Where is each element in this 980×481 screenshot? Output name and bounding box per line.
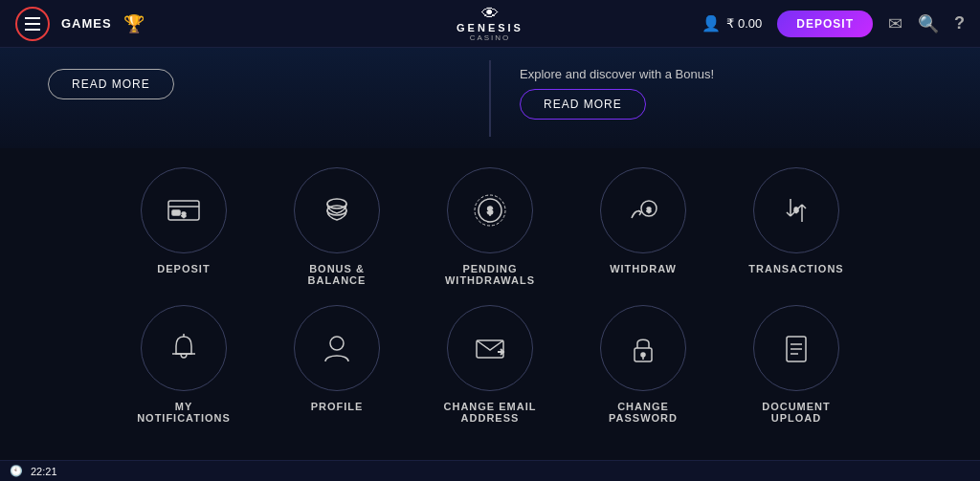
icon-grid-row-1: $ DEPOSIT BONUS &BALANCE $ — [57, 167, 923, 286]
svg-point-19 — [641, 353, 645, 357]
tile-pending-withdrawals[interactable]: $ PENDINGWITHDRAWALS — [428, 167, 552, 286]
banner-tagline: Explore and discover with a Bonus! — [520, 67, 714, 81]
tile-transactions[interactable]: $ TRANSACTIONS — [734, 167, 858, 286]
svg-point-15 — [330, 337, 344, 350]
email-icon — [471, 329, 509, 367]
user-icon: 👤 — [702, 14, 721, 33]
messages-button[interactable]: ✉ — [888, 13, 902, 34]
transactions-circle: $ — [753, 167, 839, 253]
read-more-button-1[interactable]: READ MORE — [48, 69, 174, 99]
document-icon — [777, 329, 815, 367]
profile-icon — [318, 329, 356, 367]
svg-text:$: $ — [794, 207, 798, 213]
profile-label: PROFILE — [311, 401, 364, 412]
header-right: 👤 ₹ 0.00 DEPOSIT ✉ 🔍 ? — [702, 11, 965, 37]
lock-icon — [624, 329, 662, 367]
tile-bonus-balance[interactable]: BONUS &BALANCE — [275, 167, 399, 286]
bell-icon — [165, 329, 203, 367]
document-upload-circle — [753, 305, 839, 391]
deposit-label: DEPOSIT — [157, 263, 210, 274]
svg-rect-2 — [172, 210, 180, 215]
clock-icon: 🕙 — [10, 465, 23, 477]
tile-my-notifications[interactable]: MYNOTIFICATIONS — [122, 305, 246, 424]
pending-withdrawals-icon: $ — [471, 191, 509, 230]
search-button[interactable]: 🔍 — [918, 13, 939, 34]
banner-divider — [489, 60, 491, 137]
transactions-label: TRANSACTIONS — [748, 263, 843, 274]
help-icon: ? — [954, 13, 965, 33]
change-email-circle — [447, 305, 533, 391]
header: GAMES 🏆 👁 GENESIS CASINO 👤 ₹ 0.00 DEPOSI… — [0, 0, 980, 48]
deposit-circle: $ — [141, 167, 227, 253]
trophy-icon: 🏆 — [123, 13, 145, 34]
svg-text:$: $ — [487, 206, 493, 216]
tile-change-email[interactable]: CHANGE EMAILADDRESS — [428, 305, 552, 424]
hamburger-menu-button[interactable] — [15, 7, 50, 41]
profile-circle — [294, 305, 380, 391]
my-notifications-label: MYNOTIFICATIONS — [137, 401, 231, 424]
tile-change-password[interactable]: CHANGEPASSWORD — [581, 305, 705, 424]
hamburger-line — [25, 17, 40, 19]
tile-withdraw[interactable]: $ WITHDRAW — [581, 167, 705, 286]
logo-text: GENESIS — [457, 22, 523, 33]
envelope-icon: ✉ — [888, 13, 902, 34]
bonus-balance-label: BONUS &BALANCE — [308, 263, 367, 286]
games-label: GAMES — [61, 16, 112, 31]
header-left: GAMES 🏆 — [15, 7, 145, 41]
logo-area: 👁 GENESIS CASINO — [457, 5, 523, 42]
banner-area: READ MORE Explore and discover with a Bo… — [0, 48, 980, 148]
svg-text:$: $ — [647, 206, 652, 214]
change-password-label: CHANGEPASSWORD — [609, 401, 678, 424]
read-more-button-2[interactable]: READ MORE — [520, 89, 646, 120]
deposit-button[interactable]: DEPOSIT — [777, 11, 873, 37]
logo-sub-text: CASINO — [470, 33, 511, 42]
balance-area[interactable]: 👤 ₹ 0.00 — [702, 14, 762, 33]
tile-document-upload[interactable]: DOCUMENTUPLOAD — [734, 305, 858, 424]
document-upload-label: DOCUMENTUPLOAD — [762, 401, 831, 424]
footer-time: 22:21 — [31, 466, 57, 477]
balance-amount: ₹ 0.00 — [726, 16, 762, 31]
logo-eye-icon: 👁 — [481, 5, 499, 22]
withdraw-icon: $ — [624, 191, 662, 230]
pending-withdrawals-label: PENDINGWITHDRAWALS — [445, 263, 535, 286]
banner-left: READ MORE — [48, 59, 460, 99]
hamburger-line — [25, 23, 40, 25]
svg-text:$: $ — [182, 210, 187, 219]
tile-profile[interactable]: PROFILE — [275, 305, 399, 424]
change-email-label: CHANGE EMAILADDRESS — [444, 401, 537, 424]
bonus-balance-circle — [294, 167, 380, 253]
pending-withdrawals-circle: $ — [447, 167, 533, 253]
main-content: $ DEPOSIT BONUS &BALANCE $ — [0, 148, 980, 443]
transactions-icon: $ — [777, 191, 815, 230]
deposit-icon: $ — [165, 191, 203, 230]
footer-bar: 🕙 22:21 — [0, 460, 980, 481]
hamburger-line — [25, 29, 40, 31]
bonus-balance-icon — [318, 191, 356, 230]
withdraw-circle: $ — [600, 167, 686, 253]
banner-right: Explore and discover with a Bonus! READ … — [520, 59, 932, 120]
change-password-circle — [600, 305, 686, 391]
icon-grid-row-2: MYNOTIFICATIONS PROFILE CH — [57, 305, 923, 424]
tile-deposit[interactable]: $ DEPOSIT — [122, 167, 246, 286]
my-notifications-circle — [141, 305, 227, 391]
search-icon: 🔍 — [918, 13, 939, 34]
help-button[interactable]: ? — [954, 13, 965, 33]
withdraw-label: WITHDRAW — [610, 263, 677, 274]
